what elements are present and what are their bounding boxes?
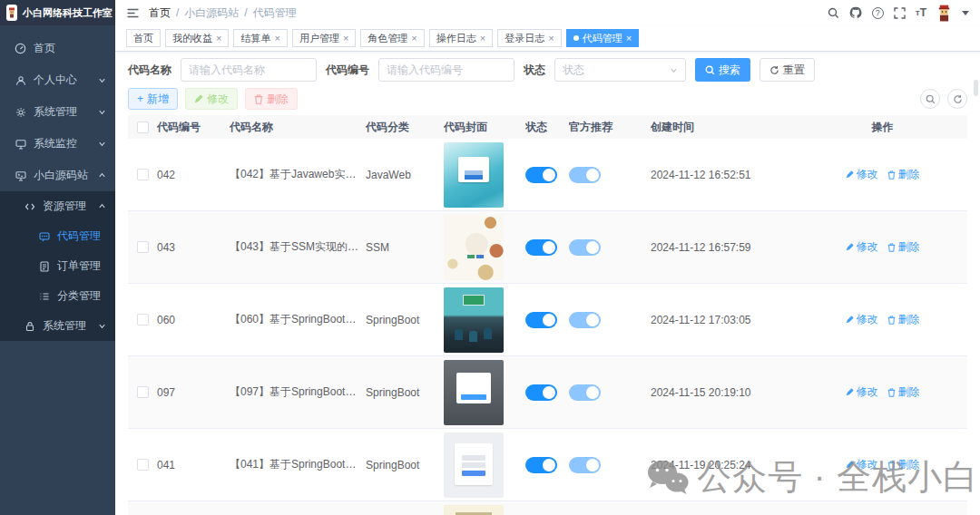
table-row[interactable]: 043 【043】基于SSM实现的图书借阅... SSM 2024-11-12 …: [128, 211, 967, 284]
reset-button[interactable]: 重置: [760, 58, 815, 82]
row-edit-link[interactable]: 修改: [846, 312, 878, 327]
status-toggle[interactable]: [525, 457, 557, 473]
column-header[interactable]: 官方推荐: [569, 120, 651, 135]
search-button[interactable]: 搜索: [695, 58, 750, 82]
column-header[interactable]: 操作: [798, 120, 967, 135]
sidebar-item-personal-center[interactable]: 个人中心: [0, 64, 115, 96]
code-cover-image[interactable]: [444, 432, 504, 498]
code-cover-image[interactable]: [444, 142, 504, 208]
refresh-table-button[interactable]: [947, 89, 967, 109]
select-all-checkbox[interactable]: [137, 121, 149, 133]
content-area: 代码名称 代码编号 状态 状态 搜索 重置: [115, 52, 980, 515]
close-icon[interactable]: ×: [626, 34, 632, 44]
user-avatar[interactable]: [936, 5, 952, 22]
status-select[interactable]: 状态: [554, 58, 686, 82]
status-toggle[interactable]: [525, 312, 557, 328]
sidebar-item-sub-system-management[interactable]: 系统管理: [0, 311, 115, 341]
close-icon[interactable]: ×: [480, 34, 485, 44]
column-header[interactable]: 创建时间: [651, 120, 798, 135]
table-row[interactable]: 042 【042】基于Javaweb实现的学生... JavaWeb 2024-…: [128, 139, 967, 211]
github-icon[interactable]: [849, 6, 862, 19]
close-icon[interactable]: ×: [216, 34, 221, 44]
fullscreen-icon[interactable]: [894, 7, 906, 19]
filter-bar: 代码名称 代码编号 状态 状态 搜索 重置: [128, 58, 967, 82]
row-edit-link[interactable]: 修改: [846, 457, 878, 472]
breadcrumb-current-page: 代码管理: [253, 5, 297, 21]
table-row[interactable]: [128, 501, 967, 515]
row-delete-link[interactable]: 删除: [887, 167, 920, 182]
table-row[interactable]: 097 【097】基于SpringBoot+Vue实现... SpringBoo…: [128, 356, 967, 429]
column-header[interactable]: 状态: [525, 120, 569, 135]
delete-button[interactable]: 删除: [245, 88, 298, 110]
status-toggle[interactable]: [525, 239, 557, 256]
row-checkbox[interactable]: [137, 459, 149, 471]
sidebar-item-system-monitor[interactable]: 系统监控: [0, 128, 115, 160]
tab-role-management[interactable]: 角色管理 ×: [360, 29, 424, 47]
row-checkbox[interactable]: [137, 169, 149, 180]
close-icon[interactable]: ×: [343, 34, 348, 44]
row-delete-link[interactable]: 删除: [887, 239, 920, 255]
sidebar-item-code-management[interactable]: 代码管理: [0, 221, 115, 251]
row-edit-link[interactable]: 修改: [846, 167, 878, 182]
tab-home[interactable]: 首页: [126, 29, 161, 47]
row-checkbox[interactable]: [137, 241, 149, 253]
code-number-input[interactable]: [378, 58, 514, 82]
code-number: 042: [157, 169, 230, 181]
row-delete-link[interactable]: 删除: [887, 457, 920, 472]
pencil-icon: [846, 461, 854, 469]
toggle-search-button[interactable]: [920, 89, 940, 109]
close-icon[interactable]: ×: [411, 34, 416, 44]
sidebar-item-category-management[interactable]: 分类管理: [0, 281, 115, 311]
breadcrumb-separator: /: [244, 6, 247, 19]
hamburger-icon[interactable]: [126, 7, 140, 19]
column-header[interactable]: 代码封面: [444, 120, 525, 135]
tab-user-management[interactable]: 用户管理 ×: [292, 29, 356, 47]
sidebar-item-home[interactable]: 首页: [0, 33, 115, 64]
code-number: 097: [157, 386, 230, 399]
status-toggle[interactable]: [525, 384, 557, 401]
tab-settlement[interactable]: 结算单 ×: [233, 29, 287, 47]
code-cover-image[interactable]: [444, 215, 504, 280]
code-cover-image[interactable]: [444, 287, 504, 353]
close-icon[interactable]: ×: [274, 34, 279, 44]
column-header[interactable]: 代码分类: [366, 120, 444, 135]
sidebar-item-system-management[interactable]: 系统管理: [0, 96, 115, 128]
search-icon[interactable]: [828, 7, 839, 19]
font-size-icon[interactable]: TT: [916, 6, 926, 19]
code-number: 041: [157, 459, 230, 471]
row-delete-link[interactable]: 删除: [887, 384, 920, 400]
sidebar-item-code-station[interactable]: 小白源码站: [0, 160, 115, 191]
sidebar-item-resource-management[interactable]: 资源管理: [0, 191, 115, 221]
close-icon[interactable]: ×: [548, 34, 554, 44]
table-row[interactable]: 060 【060】基于SpringBoot+Vue实现... SpringBoo…: [128, 284, 967, 356]
tab-my-earnings[interactable]: 我的收益 ×: [165, 29, 229, 47]
edit-button[interactable]: 修改: [185, 88, 238, 110]
recommend-toggle[interactable]: [569, 384, 601, 401]
add-button[interactable]: + 新增: [128, 88, 178, 110]
recommend-toggle[interactable]: [569, 239, 601, 256]
code-cover-image[interactable]: [444, 360, 504, 425]
recommend-toggle[interactable]: [569, 457, 601, 473]
row-delete-link[interactable]: 删除: [887, 312, 920, 327]
table-row[interactable]: 041 【041】基于SpringBoot+Vue实现... SpringBoo…: [128, 429, 967, 501]
tab-login-log[interactable]: 登录日志 ×: [497, 29, 561, 47]
row-checkbox[interactable]: [137, 314, 149, 326]
row-edit-link[interactable]: 修改: [846, 239, 878, 255]
sidebar-item-order-management[interactable]: 订单管理: [0, 251, 115, 281]
caret-down-icon[interactable]: [962, 11, 969, 15]
code-name: 【060】基于SpringBoot+Vue实现...: [230, 312, 366, 327]
row-checkbox[interactable]: [137, 386, 149, 398]
row-edit-link[interactable]: 修改: [846, 384, 878, 400]
help-icon[interactable]: ?: [872, 7, 884, 19]
tab-code-management[interactable]: 代码管理 ×: [566, 29, 639, 47]
column-header[interactable]: 代码名称: [230, 120, 366, 135]
code-name-input[interactable]: [181, 58, 317, 82]
recommend-toggle[interactable]: [569, 167, 601, 183]
scrollbar-thumb[interactable]: [974, 80, 978, 96]
column-header[interactable]: 代码编号: [157, 120, 230, 135]
breadcrumb-home[interactable]: 首页: [149, 5, 171, 21]
recommend-toggle[interactable]: [569, 312, 601, 328]
status-toggle[interactable]: [525, 167, 557, 183]
tab-operation-log[interactable]: 操作日志 ×: [429, 29, 493, 47]
code-cover-image[interactable]: [444, 505, 504, 515]
